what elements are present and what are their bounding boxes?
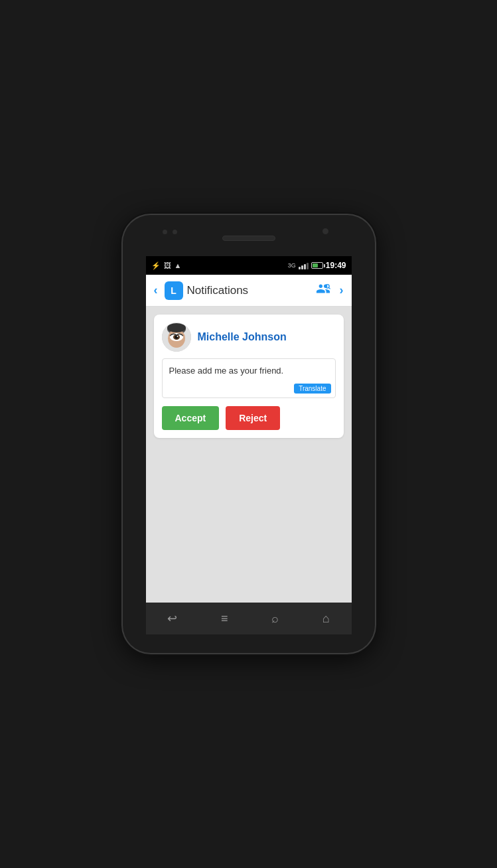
- back-nav-button[interactable]: ↩: [159, 606, 185, 631]
- network-badge: 3G: [288, 263, 296, 269]
- menu-nav-button[interactable]: ≡: [213, 607, 236, 631]
- signal-bar-1: [299, 267, 301, 269]
- notification-card: Michelle Johnson Please add me as your f…: [154, 315, 344, 438]
- status-time: 19:49: [326, 261, 346, 270]
- search-friends-icon[interactable]: [313, 279, 333, 302]
- usb-icon: ⚡: [151, 261, 161, 270]
- status-bar: ⚡ 🖼 ▲ 3G 19:49: [146, 256, 352, 275]
- action-buttons: Accept Reject: [162, 406, 336, 430]
- svg-line-1: [328, 288, 329, 289]
- avatar: [162, 323, 191, 352]
- page-title: Notifications: [187, 284, 309, 297]
- signal-bar-3: [304, 264, 306, 269]
- upload-icon: ▲: [175, 261, 182, 269]
- battery-fill: [313, 263, 318, 267]
- signal-bars: [299, 261, 309, 269]
- header-bar: ‹ L Notifications ›: [146, 275, 352, 307]
- home-nav-button[interactable]: ⌂: [315, 607, 338, 631]
- user-header: Michelle Johnson: [162, 323, 336, 352]
- user-name: Michelle Johnson: [198, 331, 287, 343]
- search-nav-button[interactable]: ⌕: [263, 607, 287, 631]
- message-box: Please add me as your friend. Translate: [162, 358, 336, 398]
- signal-bar-4: [307, 263, 309, 269]
- camera-lens: [322, 228, 328, 234]
- phone-top: [123, 215, 375, 255]
- back-button[interactable]: ‹: [151, 281, 161, 300]
- speaker-grille: [222, 236, 275, 241]
- app-content: ‹ L Notifications ›: [146, 275, 352, 603]
- forward-button[interactable]: ›: [337, 281, 346, 300]
- camera-dots: [163, 230, 177, 234]
- camera-dot-1: [163, 230, 167, 234]
- status-right-icons: 3G 19:49: [288, 261, 346, 270]
- battery-icon: [311, 262, 323, 269]
- camera-dot-2: [173, 230, 177, 234]
- message-text: Please add me as your friend.: [169, 366, 284, 376]
- image-icon: 🖼: [164, 261, 171, 269]
- reject-button[interactable]: Reject: [226, 406, 280, 430]
- svg-point-5: [167, 323, 186, 332]
- translate-button[interactable]: Translate: [294, 384, 330, 394]
- bottom-nav: ↩ ≡ ⌕ ⌂: [146, 603, 352, 634]
- app-icon: L: [165, 281, 183, 300]
- accept-button[interactable]: Accept: [162, 406, 220, 430]
- signal-bar-2: [301, 265, 303, 269]
- phone-screen: ⚡ 🖼 ▲ 3G 19:49: [146, 256, 352, 634]
- svg-point-9: [177, 336, 178, 337]
- status-left-icons: ⚡ 🖼 ▲: [151, 261, 182, 270]
- phone-device: ⚡ 🖼 ▲ 3G 19:49: [123, 215, 375, 653]
